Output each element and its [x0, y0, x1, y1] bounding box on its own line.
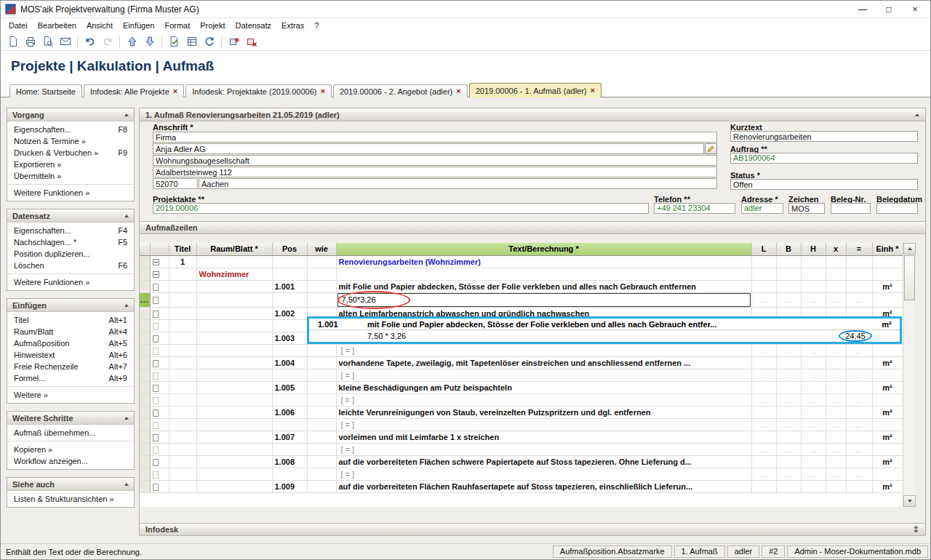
tree-cell[interactable] [150, 431, 169, 443]
measurement-formula-input[interactable] [337, 293, 751, 307]
b-cell[interactable] [776, 356, 801, 369]
einh-cell[interactable] [872, 418, 903, 431]
text-cell[interactable]: leichte Verunreinigungen von Staub, vere… [336, 406, 751, 418]
row-selector[interactable] [140, 369, 150, 381]
eq-cell[interactable] [846, 455, 872, 468]
undo-icon[interactable] [81, 33, 98, 49]
b-cell[interactable] [776, 455, 801, 468]
eq-cell[interactable] [846, 369, 872, 381]
pos-cell[interactable]: 1.008 [272, 455, 307, 468]
col-header-titel[interactable]: Titel [169, 243, 196, 255]
anschrift-line4-input[interactable] [153, 167, 717, 177]
tab-home-startseite[interactable]: Home: Startseite [9, 84, 82, 97]
delete-record-icon[interactable] [243, 33, 260, 49]
l-cell[interactable] [751, 344, 776, 356]
section-header-weitere-schritte[interactable]: Weitere Schritte [7, 412, 134, 425]
raum-cell[interactable] [196, 280, 272, 292]
table-row[interactable]: 1.009auf die vorbereiteten Flächen Rauhf… [140, 480, 903, 492]
row-selector[interactable] [140, 319, 150, 332]
raum-cell[interactable] [196, 455, 272, 468]
x-cell[interactable] [826, 344, 846, 356]
text-cell[interactable]: vorleimen und mit Leimfarbe 1 x streiche… [336, 431, 751, 443]
refresh-icon[interactable] [201, 33, 217, 49]
wie-cell[interactable] [307, 280, 336, 292]
sidebar-item-aufmass-uebernehmen[interactable]: Aufmaß übernehmen... [7, 427, 134, 439]
table-row-formula[interactable]: [ = ] [140, 369, 903, 381]
eq-cell[interactable] [846, 381, 872, 393]
text-cell[interactable]: auf die vorbereiteten Flächen Rauhfasert… [336, 480, 751, 492]
tree-cell[interactable] [150, 468, 169, 480]
auftrag-link-value[interactable]: AB1900064 [730, 153, 918, 164]
pos-cell[interactable]: 1.002 [272, 307, 307, 319]
text-cell[interactable]: Renovierungsarbeiten (Wohnzimmer) [336, 255, 751, 268]
eq-cell[interactable] [846, 356, 872, 369]
row-selector[interactable] [140, 280, 150, 292]
col-header-einh[interactable]: Einh * [872, 243, 903, 255]
row-selector[interactable] [140, 268, 150, 280]
pos-cell[interactable]: 1.009 [272, 480, 307, 492]
pos-cell[interactable] [272, 393, 307, 406]
sidebar-item-uebermitteln[interactable]: Übermitteln » [7, 170, 134, 182]
x-cell[interactable] [826, 381, 846, 393]
export-table-icon[interactable] [183, 33, 200, 49]
b-cell[interactable] [776, 480, 801, 492]
raum-cell[interactable] [196, 468, 272, 480]
sidebar-item-hinweistext[interactable]: HinweistextAlt+6 [7, 349, 134, 361]
row-selector[interactable] [140, 418, 150, 431]
menu-datensatz[interactable]: Datensatz [231, 20, 277, 31]
x-cell[interactable] [826, 255, 846, 268]
tree-cell[interactable] [150, 319, 169, 332]
text-cell[interactable]: [ = ] [336, 369, 751, 381]
pos-cell[interactable]: 1.007 [272, 431, 307, 443]
h-cell[interactable] [801, 344, 826, 356]
sidebar-item-exportieren[interactable]: Exportieren » [7, 159, 134, 170]
x-cell[interactable] [826, 418, 846, 431]
adresse-link-value[interactable]: adler [741, 203, 783, 214]
x-cell[interactable] [826, 369, 846, 381]
pos-cell[interactable]: 1.003 [272, 332, 307, 344]
l-cell[interactable] [751, 255, 776, 268]
col-header-l[interactable]: L [751, 243, 776, 255]
row-selector[interactable] [140, 443, 150, 455]
table-row[interactable]: 1.008auf die vorbereiteten Flächen schwe… [140, 455, 903, 468]
menu-extras[interactable]: Extras [276, 20, 309, 31]
tree-cell[interactable] [150, 480, 169, 492]
titel-cell[interactable] [169, 369, 196, 381]
titel-cell[interactable] [169, 406, 196, 418]
section-header-vorgang[interactable]: Vorgang [7, 108, 134, 121]
print-preview-icon[interactable] [39, 33, 56, 49]
wie-cell[interactable] [307, 480, 336, 492]
tab-aufmass[interactable]: 2019.00006 - 1. Aufmaß (adler)× [469, 83, 602, 97]
x-cell[interactable] [826, 292, 846, 307]
table-row[interactable]: 1.001mit Folie und Papier abdecken, Stös… [140, 280, 903, 292]
row-selector[interactable] [140, 431, 150, 443]
wie-cell[interactable] [307, 418, 336, 431]
table-row[interactable]: 1.004vorhandene Tapete, zweilagig, mit T… [140, 356, 903, 369]
raum-cell[interactable] [196, 332, 272, 344]
einh-cell[interactable]: m² [872, 381, 903, 393]
wie-cell[interactable] [307, 468, 336, 480]
text-cell[interactable]: mit Folie und Papier abdecken, Stösse de… [336, 280, 751, 292]
sidebar-item-workflow-anzeigen[interactable]: Workflow anzeigen... [7, 455, 134, 467]
h-cell[interactable] [801, 455, 826, 468]
pos-cell[interactable] [272, 255, 307, 268]
zeichen-input[interactable] [788, 203, 825, 214]
h-cell[interactable] [801, 369, 826, 381]
wie-cell[interactable] [307, 356, 336, 369]
sidebar-item-aufmassposition[interactable]: AufmaßpositionAlt+5 [7, 337, 134, 349]
pos-cell[interactable]: 1.004 [272, 356, 307, 369]
scroll-up-icon[interactable] [903, 243, 916, 255]
b-cell[interactable] [776, 443, 801, 455]
pos-cell[interactable] [272, 443, 307, 455]
h-cell[interactable] [801, 418, 826, 431]
einh-cell[interactable]: m² [872, 455, 903, 468]
raum-cell[interactable] [196, 369, 272, 381]
menu-format[interactable]: Format [159, 20, 195, 31]
projektakte-link-value[interactable]: 2019.00006 [153, 203, 649, 214]
sidebar-item-position-duplizieren[interactable]: Position duplizieren... [7, 248, 134, 260]
pos-cell[interactable]: 1.001 [272, 280, 307, 292]
b-cell[interactable] [776, 468, 801, 480]
collapse-icon[interactable] [153, 259, 159, 265]
text-cell[interactable]: [ = ] [336, 468, 751, 480]
h-cell[interactable] [801, 406, 826, 418]
